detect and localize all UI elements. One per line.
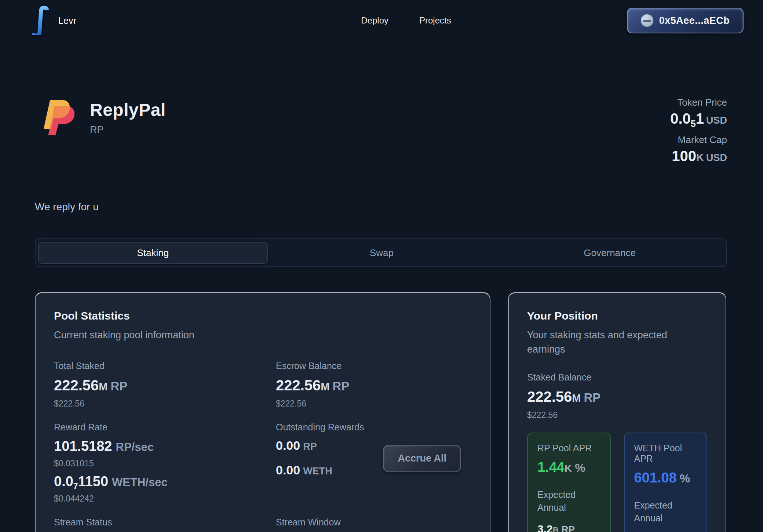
weth-pool-apr-card: WETH Pool APR 601.08% Expected Annual 0.… — [624, 433, 708, 532]
tab-staking[interactable]: Staking — [38, 242, 268, 264]
stream-window-label: Stream Window — [276, 517, 471, 528]
nav-link-deploy[interactable]: Deploy — [361, 15, 388, 26]
rp-apr-value: 1.44K% — [537, 459, 600, 475]
brand-name: Levr — [58, 15, 77, 26]
weth-apr-value: 601.08% — [634, 470, 697, 486]
top-header: ∫ Levr Deploy Projects 0x5Aee...aECb — [0, 0, 763, 41]
accrue-all-button[interactable]: Accrue All — [383, 445, 461, 472]
staked-balance-label: Staked Balance — [527, 372, 707, 383]
total-staked-usd: $222.56 — [54, 399, 276, 409]
token-header: ReplyPal RP Token Price 0.051USD Market … — [35, 96, 727, 164]
reward-rate-rp-usd: $0.031015 — [54, 459, 276, 469]
stream-window-stat: Stream Window 3.0 days — [276, 517, 471, 532]
levr-logo-icon: ∫ — [31, 3, 51, 35]
pool-stats-title: Pool Statistics — [54, 310, 471, 322]
position-subtitle: Your staking stats and expected earnings — [527, 328, 707, 357]
outstanding-rewards-label: Outstanding Rewards — [276, 422, 471, 433]
weth-rate-subscript: 7 — [73, 481, 78, 491]
staked-balance-stat: Staked Balance 222.56MRP $222.56 — [527, 372, 707, 420]
rp-annual-value: 3.2BRP — [537, 523, 600, 532]
rp-pool-apr-card: RP Pool APR 1.44K% Expected Annual 3.2BR… — [527, 433, 611, 532]
tab-governance[interactable]: Governance — [496, 242, 724, 264]
wallet-address: 0x5Aee...aECb — [659, 15, 730, 26]
escrow-balance-stat: Escrow Balance 222.56MRP $222.56 — [276, 361, 471, 409]
market-cap-label: Market Cap — [670, 134, 727, 146]
escrow-balance-label: Escrow Balance — [276, 361, 471, 371]
pool-stats-subtitle: Current staking pool information — [54, 328, 471, 342]
brand[interactable]: ∫ Levr — [31, 4, 185, 37]
tab-swap[interactable]: Swap — [268, 242, 496, 264]
wallet-avatar-icon — [641, 14, 653, 27]
reward-rate-stat: Reward Rate 101.5182RP/sec $0.031015 0.0… — [54, 422, 276, 504]
rp-apr-label: RP Pool APR — [537, 443, 600, 453]
token-price-label: Token Price — [670, 97, 727, 108]
reward-rate-rp-value: 101.5182RP/sec — [54, 438, 276, 454]
token-logo-icon — [42, 98, 74, 138]
escrow-balance-value: 222.56MRP — [276, 377, 471, 394]
token-description: We reply for u — [35, 201, 727, 213]
escrow-balance-usd: $222.56 — [276, 399, 471, 409]
staked-balance-value: 222.56MRP — [527, 389, 707, 405]
position-title: Your Position — [527, 310, 707, 322]
reward-rate-label: Reward Rate — [54, 422, 276, 433]
token-name: ReplyPal — [90, 100, 166, 120]
stream-status-label: Stream Status — [54, 517, 276, 528]
weth-apr-label: WETH Pool APR — [634, 443, 697, 464]
outstanding-rewards-stat: Outstanding Rewards 0.00RP 0.00WETH Accr… — [276, 422, 471, 504]
reward-rate-weth-usd: $0.044242 — [54, 494, 276, 504]
staked-balance-usd: $222.56 — [527, 410, 707, 420]
tab-bar: Staking Swap Governance — [35, 238, 727, 267]
nav-link-projects[interactable]: Projects — [419, 15, 451, 26]
market-cap-value: 100KUSD — [670, 148, 727, 164]
reward-rate-weth-value: 0.071150WETH/sec — [54, 474, 276, 489]
top-nav: Deploy Projects — [185, 15, 627, 26]
rp-annual-label: Expected Annual — [537, 488, 581, 514]
price-subscript: 5 — [691, 119, 696, 129]
market-block: Token Price 0.051USD Market Cap 100KUSD — [670, 96, 727, 164]
token-symbol: RP — [90, 124, 166, 136]
pool-statistics-card: Pool Statistics Current staking pool inf… — [35, 292, 490, 532]
weth-annual-label: Expected Annual — [634, 499, 678, 525]
total-staked-label: Total Staked — [54, 361, 276, 371]
stream-status-stat: Stream Status Active — [54, 517, 276, 532]
token-price-value: 0.051USD — [670, 110, 727, 127]
total-staked-stat: Total Staked 222.56MRP $222.56 — [54, 361, 276, 409]
wallet-button[interactable]: 0x5Aee...aECb — [627, 8, 744, 33]
total-staked-value: 222.56MRP — [54, 377, 276, 394]
your-position-card: Your Position Your staking stats and exp… — [508, 292, 726, 532]
